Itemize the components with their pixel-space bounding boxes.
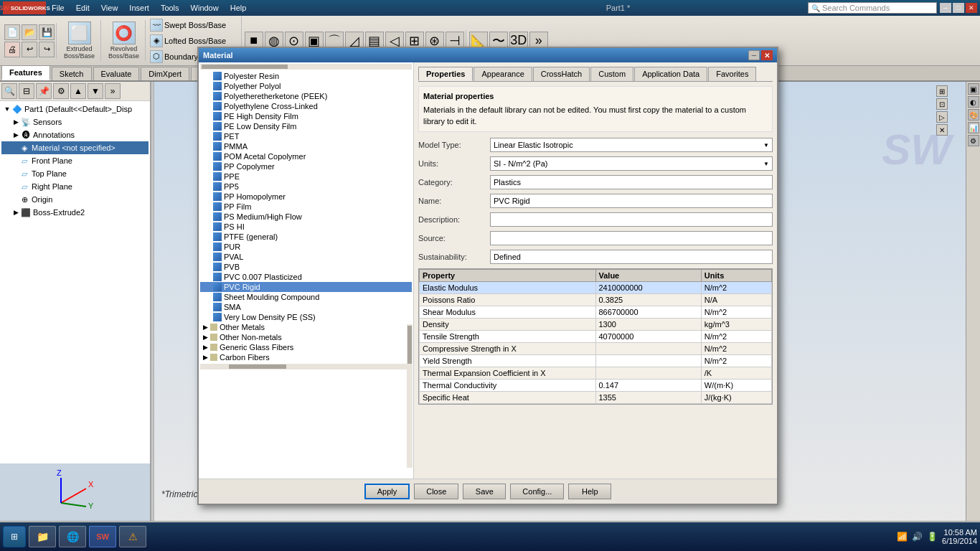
- start-button[interactable]: ⊞: [3, 526, 26, 547]
- v-scrollbar-mat[interactable]: [407, 324, 413, 468]
- name-input[interactable]: PVC Rigid: [490, 194, 773, 208]
- mat-item-3[interactable]: Polyethylene Cross-Linked: [200, 101, 412, 111]
- menu-view[interactable]: View: [98, 4, 121, 12]
- lofted-boss-button[interactable]: ◈ Lofted Boss/Base: [149, 34, 240, 48]
- dialog-close-button[interactable]: ✕: [761, 50, 773, 60]
- category-input[interactable]: Plastics: [490, 175, 773, 189]
- mat-item-24[interactable]: Very Low Density PE (SS): [200, 312, 412, 322]
- group-other-nonmetals[interactable]: ▶ Other Non-metals: [200, 332, 412, 342]
- table-row-7[interactable]: Thermal Expansion Coefficient in X /K: [420, 367, 772, 380]
- taskbar-solidworks[interactable]: SW: [89, 526, 116, 547]
- taskbar-explorer[interactable]: 📁: [29, 526, 56, 547]
- menu-help[interactable]: Help: [227, 4, 250, 12]
- apply-button[interactable]: Apply: [364, 484, 410, 499]
- mat-item-0[interactable]: Polyester Resin: [200, 71, 412, 81]
- tab-custom[interactable]: Custom: [590, 67, 633, 81]
- group-carbon-fibers[interactable]: ▶ Carbon Fibers: [200, 352, 412, 362]
- minimize-button[interactable]: ─: [940, 3, 951, 13]
- table-row-4[interactable]: Tensile Strength 40700000 N/m^2: [420, 331, 772, 343]
- maximize-button[interactable]: □: [953, 3, 964, 13]
- mat-item-23[interactable]: SMA: [200, 302, 412, 312]
- tab-properties[interactable]: Properties: [418, 67, 473, 81]
- menu-tools[interactable]: Tools: [158, 4, 182, 12]
- mat-item-18[interactable]: PVAL: [200, 252, 412, 262]
- h-scrollbar-bottom[interactable]: [200, 364, 412, 369]
- tab-favorites[interactable]: Favorites: [708, 67, 756, 81]
- extruded-boss-button[interactable]: ⬜: [68, 22, 91, 44]
- tab-application-data[interactable]: Application Data: [634, 67, 707, 81]
- expand-root[interactable]: ▼: [3, 105, 11, 113]
- mat-item-20[interactable]: PVC 0.007 Plasticized: [200, 272, 412, 282]
- clock[interactable]: 10:58 AM 6/19/2014: [942, 528, 977, 545]
- h-scrollbar[interactable]: [200, 64, 412, 70]
- open-button[interactable]: 📂: [22, 24, 37, 40]
- menu-insert[interactable]: Insert: [126, 4, 152, 12]
- tab-appearance[interactable]: Appearance: [473, 67, 532, 81]
- table-row-5[interactable]: Compressive Strength in X N/m^2: [420, 343, 772, 355]
- table-row-10[interactable]: Material Damping Ratio N/A: [420, 404, 772, 405]
- mat-item-21[interactable]: PVC Rigid: [200, 282, 412, 292]
- tree-sensors[interactable]: ▶ 📡 Sensors: [1, 116, 149, 128]
- menu-window[interactable]: Window: [188, 4, 222, 12]
- tree-boss-extrude[interactable]: ▶ ⬛ Boss-Extrude2: [1, 206, 149, 219]
- table-row-1[interactable]: Poissons Ratio 0.3825 N/A: [420, 294, 772, 306]
- group-other-metals[interactable]: ▶ Other Metals: [200, 322, 412, 332]
- pin-button[interactable]: 📌: [36, 83, 52, 99]
- left-tool-more[interactable]: »: [105, 83, 121, 99]
- arrow-down-button[interactable]: ▼: [88, 83, 103, 99]
- mat-item-13[interactable]: PP Film: [200, 202, 412, 212]
- close-button[interactable]: ✕: [966, 3, 977, 13]
- table-row-9[interactable]: Specific Heat 1355 J/(kg·K): [420, 392, 772, 404]
- mat-item-1[interactable]: Polyether Polyol: [200, 81, 412, 91]
- mat-item-22[interactable]: Sheet Moulding Compound: [200, 292, 412, 302]
- right-icon-1[interactable]: ▣: [968, 83, 979, 95]
- mat-item-10[interactable]: PPE: [200, 171, 412, 182]
- swept-boss-button[interactable]: 〰 Swept Boss/Base: [149, 18, 240, 32]
- mat-item-19[interactable]: PVB: [200, 262, 412, 272]
- close-dialog-button[interactable]: Close: [414, 484, 458, 499]
- collapse-button[interactable]: ⊟: [19, 83, 34, 99]
- units-dropdown[interactable]: SI - N/m^2 (Pa) ▼: [490, 156, 773, 171]
- tree-material[interactable]: ◈ Material <not specified>: [1, 141, 149, 154]
- right-icon-5[interactable]: ⚙: [968, 135, 979, 146]
- search-commands-box[interactable]: 🔍 Search Commands: [808, 2, 937, 14]
- mat-item-17[interactable]: PUR: [200, 242, 412, 252]
- undo-button[interactable]: ↩: [22, 42, 37, 57]
- taskbar-chrome[interactable]: 🌐: [59, 526, 86, 547]
- mat-item-14[interactable]: PS Medium/High Flow: [200, 212, 412, 222]
- expand-annotations[interactable]: ▶: [11, 131, 20, 139]
- right-icon-2[interactable]: ◐: [968, 96, 979, 108]
- tree-front-plane[interactable]: ▱ Front Plane: [1, 154, 149, 167]
- print-button[interactable]: 🖨: [4, 42, 20, 57]
- mat-item-12[interactable]: PP Homopolymer: [200, 192, 412, 202]
- redo-button[interactable]: ↪: [39, 42, 55, 57]
- config-button[interactable]: Config...: [510, 484, 564, 499]
- right-icon-4[interactable]: 📊: [968, 122, 979, 133]
- tab-sketch[interactable]: Sketch: [52, 67, 92, 80]
- table-row-6[interactable]: Yield Strength N/m^2: [420, 355, 772, 367]
- mat-item-6[interactable]: PET: [200, 131, 412, 141]
- menu-edit[interactable]: Edit: [73, 4, 93, 12]
- tab-evaluate[interactable]: Evaluate: [93, 67, 140, 80]
- group-glass-fibers[interactable]: ▶ Generic Glass Fibers: [200, 342, 412, 352]
- tab-dimxpert[interactable]: DimXpert: [141, 67, 189, 80]
- mat-item-7[interactable]: PMMA: [200, 141, 412, 151]
- tree-origin[interactable]: ⊕ Origin: [1, 193, 149, 206]
- revolved-boss-button[interactable]: ⭕: [113, 22, 136, 44]
- table-row-2[interactable]: Shear Modulus 866700000 N/m^2: [420, 306, 772, 319]
- tree-annotations[interactable]: ▶ 🅐 Annotations: [1, 128, 149, 141]
- mat-item-15[interactable]: PS HI: [200, 222, 412, 232]
- tab-features[interactable]: Features: [1, 65, 50, 80]
- table-row-0[interactable]: Elastic Modulus 2410000000 N/m^2: [420, 282, 772, 294]
- taskbar-warning[interactable]: ⚠: [119, 526, 146, 547]
- mat-item-11[interactable]: PP5: [200, 182, 412, 192]
- tree-top-plane[interactable]: ▱ Top Plane: [1, 167, 149, 180]
- settings-button[interactable]: ⚙: [53, 83, 69, 99]
- save-button[interactable]: Save: [463, 484, 506, 499]
- menu-file[interactable]: File: [49, 4, 67, 12]
- description-input[interactable]: [490, 212, 773, 227]
- table-row-3[interactable]: Density 1300 kg/m^3: [420, 319, 772, 331]
- sustainability-input[interactable]: Defined: [490, 250, 773, 264]
- model-type-dropdown[interactable]: Linear Elastic Isotropic ▼: [490, 138, 773, 152]
- expand-boss-extrude[interactable]: ▶: [11, 208, 20, 217]
